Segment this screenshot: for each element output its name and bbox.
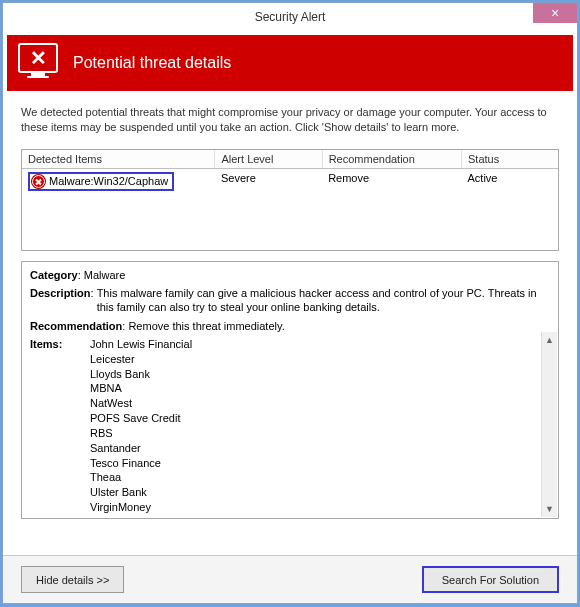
scroll-up-icon[interactable]: ▲ (543, 332, 557, 348)
list-item: Lloyds Bank (90, 367, 550, 382)
scroll-down-icon[interactable]: ▼ (543, 501, 557, 517)
col-detected: Detected Items (22, 150, 215, 169)
banner-title: Potential threat details (73, 54, 231, 72)
category-label: Category (30, 269, 78, 281)
threat-level: Severe (215, 168, 322, 194)
description-text: We detected potential threats that might… (3, 95, 577, 149)
close-icon: × (551, 5, 559, 21)
col-recommendation: Recommendation (322, 150, 461, 169)
footer: Hide details >> Search For Solution (3, 555, 577, 603)
table-header-row: Detected Items Alert Level Recommendatio… (22, 150, 558, 169)
hide-details-button[interactable]: Hide details >> (21, 566, 124, 593)
col-status: Status (462, 150, 559, 169)
threat-name: Malware:Win32/Caphaw (49, 175, 168, 187)
list-item: RBS (90, 426, 550, 441)
list-item: VirginMoney (90, 500, 550, 515)
error-icon (32, 175, 45, 188)
detected-items-table: Detected Items Alert Level Recommendatio… (21, 149, 559, 251)
list-item: John Lewis Financial (90, 337, 550, 352)
list-item: Santander (90, 441, 550, 456)
list-item: NatWest (90, 396, 550, 411)
description-label: Description (30, 287, 91, 299)
security-alert-window: Security Alert × ✕ Potential threat deta… (2, 2, 578, 604)
list-item: Leicester (90, 352, 550, 367)
list-item: Tesco Finance (90, 456, 550, 471)
recommendation-label: Recommendation (30, 320, 122, 332)
recommendation-value: Remove this threat immediately. (128, 320, 284, 332)
list-item: YorkShire Bank (90, 515, 550, 519)
close-button[interactable]: × (533, 3, 577, 23)
col-level: Alert Level (215, 150, 322, 169)
items-list: John Lewis FinancialLeicesterLloyds Bank… (88, 337, 550, 519)
threat-monitor-icon: ✕ (17, 43, 59, 83)
table-row[interactable]: Malware:Win32/Caphaw Severe Remove Activ… (22, 168, 558, 194)
threat-name-cell[interactable]: Malware:Win32/Caphaw (28, 172, 174, 191)
list-item: POFS Save Credit (90, 411, 550, 426)
list-item: Theaa (90, 470, 550, 485)
list-item: Ulster Bank (90, 485, 550, 500)
category-value: Malware (84, 269, 126, 281)
description-value: This malware family can give a malicious… (97, 286, 550, 315)
threat-status: Active (462, 168, 559, 194)
alert-banner: ✕ Potential threat details (7, 35, 573, 91)
window-title: Security Alert (255, 10, 326, 24)
threat-recommendation: Remove (322, 168, 461, 194)
search-solution-button[interactable]: Search For Solution (422, 566, 559, 593)
list-item: MBNA (90, 381, 550, 396)
scrollbar[interactable]: ▲ ▼ (541, 332, 557, 517)
titlebar: Security Alert × (3, 3, 577, 31)
items-label: Items: (30, 338, 62, 350)
details-panel: Category: Malware Description: This malw… (21, 261, 559, 519)
